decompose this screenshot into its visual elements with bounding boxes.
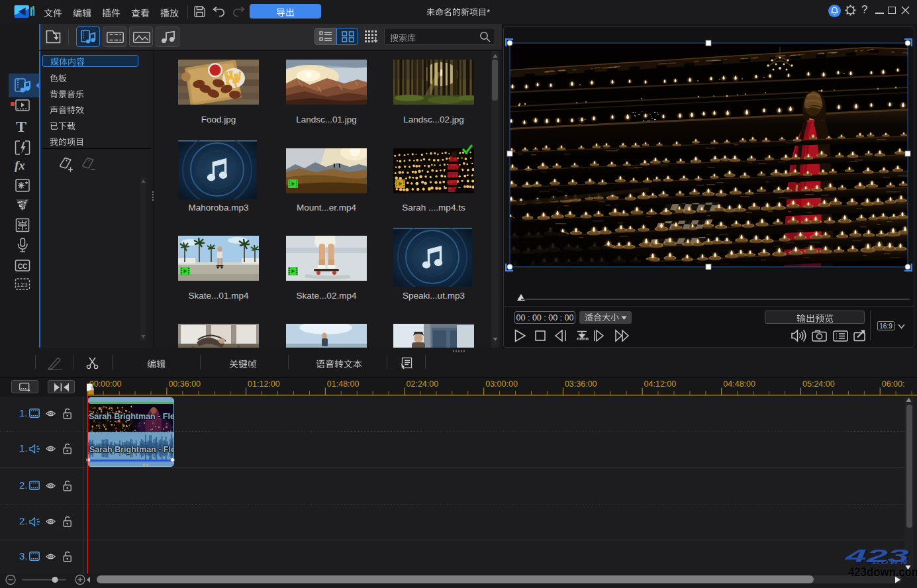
svg-text:CC: CC bbox=[18, 263, 27, 270]
svg-text:01:12:00: 01:12:00 bbox=[248, 379, 280, 389]
svg-text:05:24:00: 05:24:00 bbox=[802, 379, 835, 389]
svg-text:04:48:00: 04:48:00 bbox=[723, 379, 755, 389]
svg-text:02:24:00: 02:24:00 bbox=[407, 379, 439, 389]
svg-text:123: 123 bbox=[17, 281, 28, 288]
svg-text:01:48:00: 01:48:00 bbox=[327, 379, 360, 389]
svg-text:06:00:: 06:00: bbox=[882, 379, 905, 389]
svg-text:03:00:00: 03:00:00 bbox=[485, 379, 518, 389]
svg-text:04:12:00: 04:12:00 bbox=[644, 379, 677, 389]
svg-text:00:36:00: 00:36:00 bbox=[168, 379, 201, 389]
svg-text:03:36:00: 03:36:00 bbox=[565, 379, 597, 389]
